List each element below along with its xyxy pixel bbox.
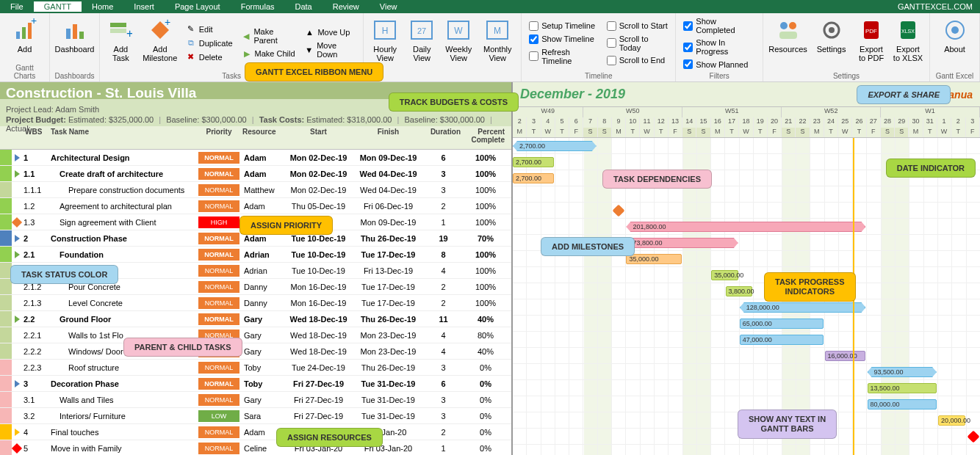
complete-cell[interactable]: 0% [464, 444, 508, 453]
gantt-bar[interactable]: 73,800.00 [626, 238, 738, 248]
start-cell[interactable]: Fri 27-Dec-19 [284, 412, 353, 421]
edit-button[interactable]: ✎Edit [183, 23, 236, 36]
make-child-button[interactable]: ▶Make Child [239, 47, 299, 60]
complete-cell[interactable]: 0% [464, 412, 508, 421]
resource-cell[interactable]: Gary [239, 396, 284, 404]
gantt-bar[interactable]: 35,000.00 [626, 254, 681, 264]
gantt-bar[interactable]: 13,500.00 [868, 383, 937, 393]
task-row[interactable]: 2.1.3Level ConcreteNORMALDannyMon 16-Dec… [0, 295, 511, 311]
start-cell[interactable]: Mon 02-Dec-19 [284, 153, 353, 162]
resource-cell[interactable]: Gary [239, 331, 284, 340]
task-row[interactable]: 5Move in with FamilyNORMALCelineFri 03-J… [0, 440, 511, 455]
complete-cell[interactable]: 80% [464, 331, 508, 340]
finish-cell[interactable]: Fri 13-Dec-19 [353, 266, 423, 275]
add-task-button[interactable]: + Add Task [104, 15, 137, 70]
finish-cell[interactable]: Tue 31-Dec-19 [353, 396, 423, 404]
show-in-progress-check[interactable]: Show In Progress [680, 37, 758, 57]
gantt-bar[interactable]: 2,700.00 [513, 157, 554, 167]
wbs-cell[interactable]: 2.1 [22, 250, 48, 259]
complete-cell[interactable]: 0% [464, 428, 508, 437]
gantt-bar[interactable]: 47,000.00 [740, 335, 824, 345]
menu-tab-gantt[interactable]: GANTT [34, 1, 82, 12]
wbs-cell[interactable]: 1.2 [22, 202, 48, 211]
duplicate-button[interactable]: ⧉Duplicate [183, 37, 236, 50]
menu-tab-file[interactable]: File [0, 1, 34, 12]
wbs-cell[interactable]: 4 [22, 428, 48, 437]
dashboard-button[interactable]: Dashboard [54, 15, 95, 70]
duration-cell[interactable]: 2 [423, 428, 464, 437]
task-row[interactable]: 3Decoration PhaseNORMALTobyFri 27-Dec-19… [0, 376, 511, 392]
duration-cell[interactable]: 4 [423, 331, 464, 340]
duration-cell[interactable]: 11 [423, 315, 464, 324]
resource-cell[interactable]: Danny [239, 283, 284, 291]
start-cell[interactable]: Wed 18-Dec-19 [284, 315, 353, 324]
task-row[interactable]: 2.2Ground FloorNORMALGaryWed 18-Dec-19Th… [0, 311, 511, 327]
scroll-end-check[interactable]: Scroll to End [604, 54, 671, 67]
resource-cell[interactable]: Adam [239, 170, 284, 178]
task-name-cell[interactable]: Sign agreement with Client [48, 218, 198, 227]
complete-cell[interactable]: 0% [464, 379, 508, 388]
setup-timeline-check[interactable]: Setup Timeline [526, 20, 601, 32]
finish-cell[interactable]: Mon 09-Dec-19 [353, 153, 423, 162]
duration-cell[interactable]: 6 [423, 153, 464, 162]
priority-cell[interactable]: NORMAL [198, 394, 239, 406]
resource-cell[interactable]: Adam [239, 153, 284, 162]
resources-button[interactable]: Resources [768, 15, 808, 70]
complete-cell[interactable]: 0% [464, 363, 508, 372]
add-milestone-button[interactable]: + Add Milestone [140, 15, 180, 70]
complete-cell[interactable]: 100% [464, 186, 508, 194]
export-pdf-button[interactable]: PDFExport to PDF [854, 15, 888, 70]
priority-cell[interactable]: NORMAL [198, 168, 239, 180]
resource-cell[interactable]: Danny [239, 299, 284, 307]
resource-cell[interactable]: Adrian [239, 250, 284, 259]
task-row[interactable]: 2.1FoundationNORMALAdrianTue 10-Dec-19Tu… [0, 247, 511, 263]
priority-cell[interactable]: NORMAL [198, 281, 239, 293]
resource-cell[interactable]: Adam [239, 202, 284, 211]
resource-cell[interactable]: Adam [239, 234, 284, 243]
resource-cell[interactable]: Gary [239, 347, 284, 356]
task-row[interactable]: 3.1Walls and TilesNORMALGaryFri 27-Dec-1… [0, 392, 511, 408]
priority-cell[interactable]: NORMAL [198, 378, 239, 390]
wbs-cell[interactable]: 3.2 [22, 412, 48, 421]
wbs-cell[interactable]: 2.2 [22, 315, 48, 324]
start-cell[interactable]: Tue 10-Dec-19 [284, 250, 353, 259]
settings-button[interactable]: Settings [811, 15, 851, 70]
duration-cell[interactable]: 3 [423, 412, 464, 421]
show-timeline-check[interactable]: Show Timeline [526, 33, 601, 46]
wbs-cell[interactable]: 2.2.1 [22, 331, 48, 340]
start-cell[interactable]: Wed 18-Dec-19 [284, 347, 353, 356]
complete-cell[interactable]: 100% [464, 283, 508, 291]
complete-cell[interactable]: 40% [464, 347, 508, 356]
priority-cell[interactable]: LOW [198, 410, 239, 422]
duration-cell[interactable]: 4 [423, 347, 464, 356]
weekly-view-button[interactable]: WWeekly View [442, 15, 475, 70]
resource-cell[interactable]: Matthew [239, 186, 284, 194]
task-row[interactable]: 2.2.3Roof structureNORMALTobyTue 24-Dec-… [0, 360, 511, 376]
export-xlsx-button[interactable]: XLSXExport to XLSX [891, 15, 925, 70]
gantt-bar[interactable]: 20,000.00 [938, 415, 965, 426]
priority-cell[interactable]: NORMAL [198, 249, 239, 261]
complete-cell[interactable]: 100% [464, 153, 508, 162]
wbs-cell[interactable]: 5 [22, 444, 48, 453]
start-cell[interactable]: Mon 02-Dec-19 [284, 186, 353, 194]
duration-cell[interactable]: 2 [423, 283, 464, 291]
priority-cell[interactable]: NORMAL [198, 297, 239, 309]
priority-cell[interactable]: NORMAL [198, 313, 239, 325]
menu-tab-home[interactable]: Home [82, 1, 123, 12]
task-name-cell[interactable]: Ground Floor [48, 315, 198, 324]
start-cell[interactable]: Mon 02-Dec-19 [284, 170, 353, 178]
task-name-cell[interactable]: Construction Phase [48, 234, 198, 243]
menu-tab-insert[interactable]: Insert [123, 1, 165, 12]
finish-cell[interactable]: Tue 17-Dec-19 [353, 299, 423, 307]
start-cell[interactable]: Mon 16-Dec-19 [284, 299, 353, 307]
finish-cell[interactable]: Fri 06-Dec-19 [353, 202, 423, 211]
gantt-bar[interactable]: 35,000.00 [711, 270, 738, 280]
show-planned-check[interactable]: Show Planned [680, 58, 758, 70]
make-parent-button[interactable]: ◀Make Parent [239, 26, 299, 46]
duration-cell[interactable]: 3 [423, 186, 464, 194]
priority-cell[interactable]: NORMAL [198, 152, 239, 164]
task-name-cell[interactable]: Decoration Phase [48, 379, 198, 388]
wbs-cell[interactable]: 1.1.1 [22, 186, 48, 194]
complete-cell[interactable]: 70% [464, 234, 508, 243]
finish-cell[interactable]: Thu 26-Dec-19 [353, 315, 423, 324]
